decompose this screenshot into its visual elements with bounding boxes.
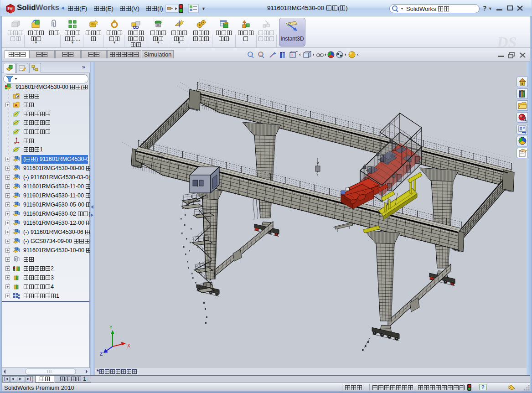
svg-text:X: X <box>127 343 130 348</box>
svg-text:A: A <box>15 103 18 108</box>
svg-text:+: + <box>291 53 293 57</box>
svg-text:?: ? <box>481 384 485 390</box>
svg-text:SW: SW <box>7 7 13 10</box>
svg-text:Z: Z <box>100 352 103 357</box>
svg-text:Y: Y <box>109 325 113 330</box>
